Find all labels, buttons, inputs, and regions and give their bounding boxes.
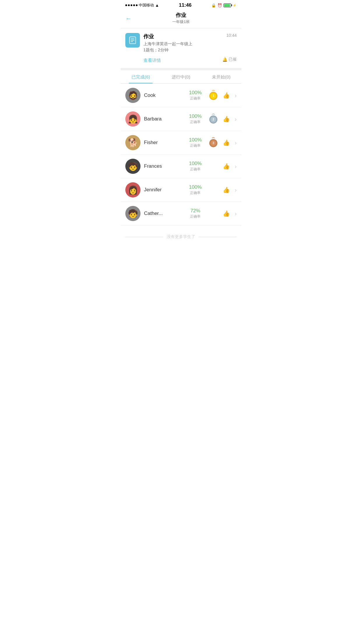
accuracy-label: 正确率 <box>187 214 204 219</box>
accuracy-percent: 72% <box>187 208 204 214</box>
tab-inprogress[interactable]: 进行中(0) <box>161 70 201 83</box>
thumbs-up-button[interactable]: 👍 <box>223 116 230 123</box>
table-row: 🐕 Fisher 100% 正确率 3 👍 › <box>121 131 241 155</box>
chevron-right-icon[interactable]: › <box>235 187 237 193</box>
status-bar: 中国移动 ▲ 11:46 🔒 ⏰ ⚡ <box>121 0 241 9</box>
status-left: 中国移动 ▲ <box>125 3 159 8</box>
svg-marker-16 <box>213 137 214 138</box>
assignment-icon <box>125 33 140 48</box>
svg-text:2: 2 <box>212 118 214 121</box>
svg-marker-12 <box>214 113 215 115</box>
svg-marker-10 <box>213 113 214 115</box>
accuracy-block: 100% 正确率 <box>187 137 204 148</box>
student-name: Cather... <box>144 211 183 216</box>
accuracy-label: 正确率 <box>187 190 204 195</box>
svg-marker-17 <box>212 137 213 138</box>
svg-marker-4 <box>213 90 214 91</box>
svg-marker-6 <box>214 90 215 91</box>
status-time: 11:46 <box>179 2 191 8</box>
accuracy-label: 正确率 <box>187 143 204 148</box>
accuracy-label: 正确率 <box>187 167 204 172</box>
student-name: Cook <box>144 92 183 98</box>
accuracy-block: 100% 正确率 <box>187 161 204 172</box>
lock-icon: 🔒 <box>211 3 216 8</box>
thumbs-up-button[interactable]: 👍 <box>223 139 230 146</box>
table-row: 🧒 Frances 100% 正确率 👍 › <box>121 155 241 178</box>
avatar: 👧 <box>125 111 140 127</box>
student-name: Jennifer <box>144 187 183 193</box>
accuracy-percent: 100% <box>187 113 204 119</box>
tab-bar: 已完成(6) 进行中(0) 未开始(0) <box>121 70 241 84</box>
avatar: 🧔 <box>125 88 140 103</box>
accuracy-percent: 100% <box>187 161 204 167</box>
accuracy-block: 100% 正确率 <box>187 90 204 101</box>
tab-completed[interactable]: 已完成(6) <box>121 70 161 83</box>
table-row: 👧 Barbara 100% 正确率 2 👍 › <box>121 107 241 131</box>
svg-marker-11 <box>212 113 213 115</box>
svg-text:1: 1 <box>212 94 214 97</box>
back-button[interactable]: ← <box>125 15 132 22</box>
thumbs-up-button[interactable]: 👍 <box>223 210 230 217</box>
nav-header: ← 作业 一年级1班 <box>121 9 241 28</box>
thumbs-up-button[interactable]: 👍 <box>223 92 230 99</box>
chevron-right-icon[interactable]: › <box>235 163 237 170</box>
accuracy-percent: 100% <box>187 137 204 143</box>
chevron-right-icon[interactable]: › <box>235 92 237 99</box>
accuracy-block: 72% 正确率 <box>187 208 204 219</box>
avatar: 🐕 <box>125 135 140 150</box>
tab-notstarted[interactable]: 未开始(0) <box>201 70 241 83</box>
chevron-right-icon[interactable]: › <box>235 210 237 217</box>
svg-marker-18 <box>214 137 215 138</box>
no-more-label: 没有更多学生了 <box>121 225 241 248</box>
student-list: 🧔 Cook 100% 正确率 1 👍 › 👧 Barbara 100% 正确率 <box>121 84 241 225</box>
bronze-medal-icon: 3 <box>208 137 219 148</box>
thumbs-up-button[interactable]: 👍 <box>223 163 230 170</box>
avatar: 🧒 <box>125 206 140 221</box>
assignment-meta: 查看详情 🔔 已催 <box>143 55 237 63</box>
assignment-title: 作业 <box>143 33 154 40</box>
view-details-link[interactable]: 查看详情 <box>143 58 161 63</box>
alarm-icon: ⏰ <box>217 3 222 8</box>
avatar: 🧒 <box>125 159 140 174</box>
bell-icon: 🔔 <box>222 57 227 62</box>
lightning-icon: ⚡ <box>233 4 237 7</box>
assignment-description: 上海牛津英语一起一年级上 1题包；2分钟 <box>143 41 237 53</box>
accuracy-label: 正确率 <box>187 120 204 125</box>
assignment-info: 作业 10:44 上海牛津英语一起一年级上 1题包；2分钟 查看详情 🔔 已催 <box>143 33 237 63</box>
accuracy-label: 正确率 <box>187 96 204 101</box>
status-right: 🔒 ⏰ ⚡ <box>211 3 237 8</box>
carrier-label: 中国移动 <box>139 3 154 8</box>
assignment-time: 10:44 <box>226 33 237 38</box>
chevron-right-icon[interactable]: › <box>235 116 237 123</box>
remind-status: 🔔 已催 <box>222 57 237 62</box>
student-name: Barbara <box>144 116 183 122</box>
svg-marker-5 <box>212 90 213 91</box>
accuracy-percent: 100% <box>187 90 204 96</box>
accuracy-block: 100% 正确率 <box>187 184 204 195</box>
battery-icon <box>224 4 231 7</box>
chevron-right-icon[interactable]: › <box>235 139 237 146</box>
silver-medal-icon: 2 <box>208 113 219 125</box>
signal-dots <box>125 4 138 6</box>
gold-medal-icon: 1 <box>208 90 219 101</box>
thumbs-up-button[interactable]: 👍 <box>223 186 230 193</box>
table-row: 👩 Jennifer 100% 正确率 👍 › <box>121 178 241 202</box>
student-name: Fisher <box>144 140 183 146</box>
svg-text:3: 3 <box>212 141 214 145</box>
page-title: 作业 <box>125 12 237 19</box>
student-name: Frances <box>144 163 183 169</box>
table-row: 🧔 Cook 100% 正确率 1 👍 › <box>121 84 241 107</box>
table-row: 🧒 Cather... 72% 正确率 👍 › <box>121 202 241 225</box>
accuracy-block: 100% 正确率 <box>187 113 204 125</box>
page-subtitle: 一年级1班 <box>125 19 237 24</box>
assignment-card: 作业 10:44 上海牛津英语一起一年级上 1题包；2分钟 查看详情 🔔 已催 <box>121 28 241 70</box>
avatar: 👩 <box>125 182 140 197</box>
document-icon <box>129 36 137 44</box>
wifi-icon: ▲ <box>155 3 159 8</box>
accuracy-percent: 100% <box>187 184 204 190</box>
